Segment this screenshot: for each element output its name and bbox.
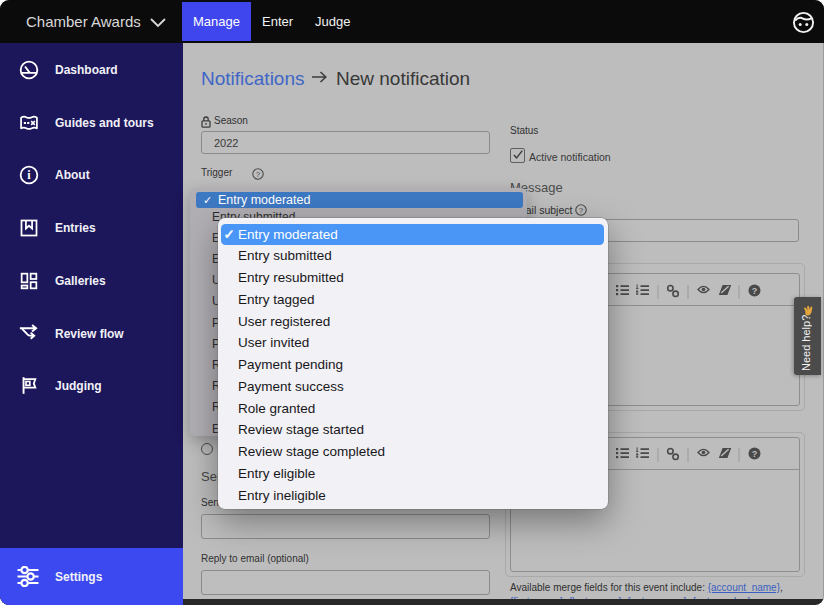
svg-text:?: ? (579, 206, 584, 215)
svg-text:?: ? (256, 170, 261, 179)
svg-text:i: i (27, 168, 31, 182)
svg-text:?: ? (752, 285, 758, 295)
svg-text:?: ? (752, 449, 758, 459)
